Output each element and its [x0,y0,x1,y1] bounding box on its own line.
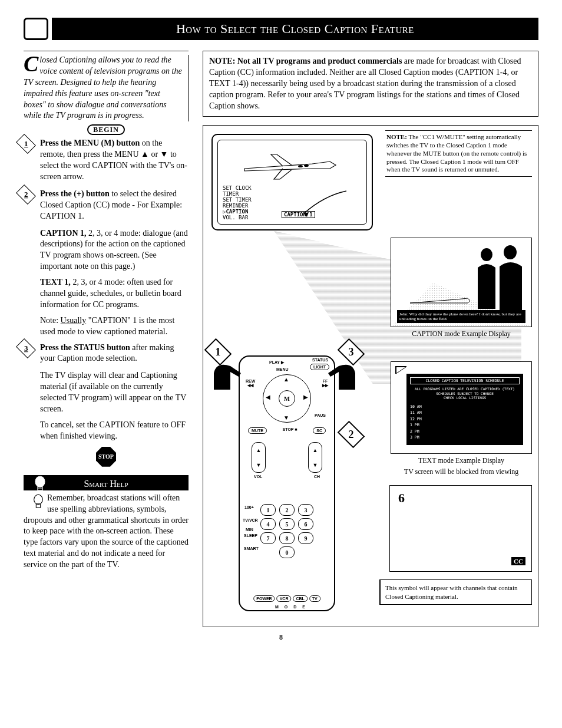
smart-help-body: Remember, broadcast stations will often … [24,490,189,571]
lightbulb-icon [33,476,47,493]
step-3-icon: 3 [16,338,36,358]
diagram-area: SET CLOCK TIMER SET TIMER REMINDER ▷CAPT… [203,125,538,627]
step-1-icon: 1 [16,134,36,154]
note-cc1-wmute: NOTE: The "CC1 W/MUTE" setting automatic… [385,130,532,177]
dropcap: C [24,55,39,73]
arrow-icon [300,190,348,219]
cc-symbol-note: This symbol will appear with channels th… [379,579,532,605]
step-2-icon: 2 [16,185,36,205]
airplane-icon [242,151,342,180]
text-example: CLOSED CAPTION TELEVISION SCHEDULE ALL P… [391,361,532,476]
ch-rocker[interactable]: ▲▼ [308,442,322,473]
step-3: 3 Press the STATUS button after making y… [24,342,189,365]
section-marker [24,18,48,40]
step-2: 2 Press the (+) button to select the des… [24,189,189,222]
text-example-label-2: TV screen will be blocked from viewing [391,467,532,476]
mute-button[interactable]: MUTE [248,427,267,434]
step-1: 1 Press the MENU (M) button on the remot… [24,138,189,183]
keypad[interactable]: 123 456 789 0 [260,504,313,558]
channel-number: 6 [398,490,405,506]
corner-icon [395,365,408,375]
intro-paragraph: Closed Captioning allows you to read the… [24,55,189,121]
svg-point-0 [35,476,45,487]
begin-marker: BEGIN [24,125,189,134]
small-plane-icon [409,291,474,309]
remote-control: PLAY ▶ STATUS LIGHT REW◀◀ FF▶▶ MENU M ▲ … [239,355,335,611]
step-3-p2: The TV display will clear and Captioning… [40,370,189,415]
text-panel: CLOSED CAPTION TELEVISION SCHEDULE ALL P… [406,374,523,445]
note-box-main: NOTE: Not all TV programs and product co… [203,51,538,117]
svg-point-3 [34,495,43,505]
svg-point-5 [298,165,303,167]
svg-point-7 [481,248,492,261]
menu-button[interactable]: M [279,390,295,407]
text-mode-desc: TEXT 1, 2, 3, or 4 mode: often used for … [40,277,189,311]
osd-menu: SET CLOCK TIMER SET TIMER REMINDER ▷CAPT… [223,186,252,220]
caption-example-label: CAPTION mode Example Display [391,330,532,338]
lightbulb-icon-small [32,494,45,510]
caption-mode-desc: CAPTION 1, 2, 3, or 4 mode: dialogue (an… [40,228,189,273]
caption-strip: John: Why did they move the plane down h… [397,310,525,324]
page-title: How to Select the Closed Caption Feature [52,18,538,40]
text-example-label-1: TEXT mode Example Display [391,456,532,465]
mode-row[interactable]: POWER VCR CBL TV [253,595,320,602]
channel-display: 6 CC [389,485,532,572]
tv-menu-illustration: SET CLOCK TIMER SET TIMER REMINDER ▷CAPT… [211,134,373,230]
power-button[interactable]: POWER [253,595,275,602]
caption-example: John: Why did they move the plane down h… [391,238,532,338]
vol-rocker[interactable]: ▲▼ [252,442,266,473]
svg-point-8 [504,245,517,259]
callout-2: 2 [338,421,365,449]
step-3-p3: To cancel, set the CAPTION feature to OF… [40,420,189,442]
smart-help-header: Smart Help [24,477,189,490]
people-icon [469,244,528,315]
instruction-column: Closed Captioning allows you to read the… [24,51,189,627]
illustration-column: NOTE: Not all TV programs and product co… [203,51,538,627]
page-number: 8 [24,633,538,642]
svg-point-6 [304,164,309,167]
sc-button[interactable]: SC [313,427,326,434]
stop-icon: STOP [96,447,116,467]
nav-pad[interactable]: M ▲ ▼ ◀ ▶ [263,374,311,423]
note-usually: Note: Usually "CAPTION" 1 is the most us… [40,315,189,338]
cc-badge: CC [511,557,525,565]
